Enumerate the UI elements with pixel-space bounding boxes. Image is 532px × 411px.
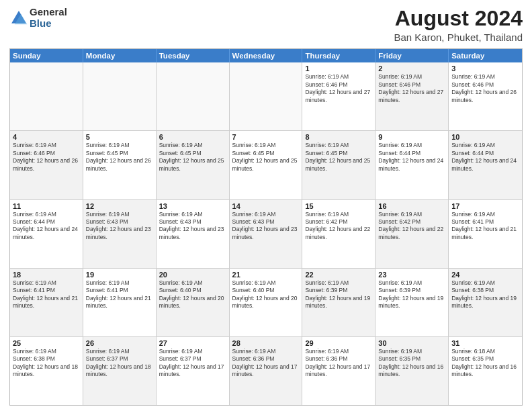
day-info: Sunrise: 6:19 AM Sunset: 6:45 PM Dayligh… (232, 142, 300, 173)
calendar-cell-0-3 (230, 62, 303, 130)
day-info: Sunrise: 6:19 AM Sunset: 6:38 PM Dayligh… (451, 279, 519, 310)
calendar-cell-2-3: 14Sunrise: 6:19 AM Sunset: 6:43 PM Dayli… (230, 200, 303, 268)
day-number: 30 (378, 339, 445, 347)
day-info: Sunrise: 6:19 AM Sunset: 6:44 PM Dayligh… (13, 211, 80, 242)
calendar-cell-2-0: 11Sunrise: 6:19 AM Sunset: 6:44 PM Dayli… (10, 200, 83, 268)
day-number: 9 (378, 133, 445, 141)
day-info: Sunrise: 6:19 AM Sunset: 6:43 PM Dayligh… (159, 211, 226, 242)
calendar-cell-3-5: 23Sunrise: 6:19 AM Sunset: 6:39 PM Dayli… (375, 269, 449, 336)
calendar-cell-1-6: 10Sunrise: 6:19 AM Sunset: 6:44 PM Dayli… (449, 131, 522, 199)
day-number: 7 (232, 133, 300, 141)
calendar-cell-2-5: 16Sunrise: 6:19 AM Sunset: 6:42 PM Dayli… (375, 200, 449, 268)
day-info: Sunrise: 6:18 AM Sunset: 6:35 PM Dayligh… (451, 348, 519, 379)
day-info: Sunrise: 6:19 AM Sunset: 6:40 PM Dayligh… (232, 279, 300, 310)
calendar-row-0: 1Sunrise: 6:19 AM Sunset: 6:46 PM Daylig… (10, 62, 522, 131)
day-number: 24 (451, 271, 519, 279)
day-number: 10 (451, 133, 519, 141)
day-number: 21 (232, 271, 300, 279)
day-number: 5 (86, 133, 153, 141)
day-number: 17 (451, 202, 519, 210)
header-saturday: Saturday (449, 49, 522, 62)
day-info: Sunrise: 6:19 AM Sunset: 6:43 PM Dayligh… (232, 211, 300, 242)
main-title: August 2024 (394, 7, 523, 30)
calendar-row-4: 25Sunrise: 6:19 AM Sunset: 6:38 PM Dayli… (10, 337, 522, 405)
header-monday: Monday (83, 49, 157, 62)
day-info: Sunrise: 6:19 AM Sunset: 6:42 PM Dayligh… (305, 211, 372, 242)
day-number: 31 (451, 339, 519, 347)
header-friday: Friday (375, 49, 449, 62)
calendar-row-1: 4Sunrise: 6:19 AM Sunset: 6:46 PM Daylig… (10, 131, 522, 199)
day-number: 14 (232, 202, 300, 210)
calendar-cell-3-2: 20Sunrise: 6:19 AM Sunset: 6:40 PM Dayli… (157, 269, 230, 336)
calendar-cell-4-0: 25Sunrise: 6:19 AM Sunset: 6:38 PM Dayli… (10, 337, 83, 405)
calendar-cell-0-4: 1Sunrise: 6:19 AM Sunset: 6:46 PM Daylig… (302, 62, 375, 130)
day-info: Sunrise: 6:19 AM Sunset: 6:44 PM Dayligh… (378, 142, 445, 173)
calendar-cell-4-5: 30Sunrise: 6:19 AM Sunset: 6:35 PM Dayli… (375, 337, 449, 405)
header-wednesday: Wednesday (230, 49, 303, 62)
day-info: Sunrise: 6:19 AM Sunset: 6:46 PM Dayligh… (378, 73, 445, 104)
logo: General Blue (9, 7, 67, 29)
calendar-cell-3-0: 18Sunrise: 6:19 AM Sunset: 6:41 PM Dayli… (10, 269, 83, 336)
day-info: Sunrise: 6:19 AM Sunset: 6:41 PM Dayligh… (13, 279, 80, 310)
logo-icon (9, 9, 28, 28)
calendar-cell-0-1 (83, 62, 157, 130)
day-number: 3 (451, 64, 519, 73)
calendar-cell-3-6: 24Sunrise: 6:19 AM Sunset: 6:38 PM Dayli… (449, 269, 522, 336)
header-sunday: Sunday (10, 49, 83, 62)
day-info: Sunrise: 6:19 AM Sunset: 6:41 PM Dayligh… (86, 279, 153, 310)
day-number: 13 (159, 202, 226, 210)
day-number: 20 (159, 271, 226, 279)
calendar-cell-3-1: 19Sunrise: 6:19 AM Sunset: 6:41 PM Dayli… (83, 269, 157, 336)
day-number: 2 (378, 64, 445, 73)
day-info: Sunrise: 6:19 AM Sunset: 6:36 PM Dayligh… (305, 348, 372, 379)
calendar-cell-4-2: 27Sunrise: 6:19 AM Sunset: 6:37 PM Dayli… (157, 337, 230, 405)
day-info: Sunrise: 6:19 AM Sunset: 6:44 PM Dayligh… (451, 142, 519, 173)
header: General Blue August 2024 Ban Karon, Phuk… (9, 7, 523, 43)
sub-title: Ban Karon, Phuket, Thailand (394, 32, 523, 43)
calendar-row-3: 18Sunrise: 6:19 AM Sunset: 6:41 PM Dayli… (10, 269, 522, 337)
day-info: Sunrise: 6:19 AM Sunset: 6:42 PM Dayligh… (378, 211, 445, 242)
calendar-cell-4-6: 31Sunrise: 6:18 AM Sunset: 6:35 PM Dayli… (449, 337, 522, 405)
calendar: Sunday Monday Tuesday Wednesday Thursday… (9, 48, 523, 406)
calendar-cell-0-6: 3Sunrise: 6:19 AM Sunset: 6:46 PM Daylig… (449, 62, 522, 130)
day-info: Sunrise: 6:19 AM Sunset: 6:38 PM Dayligh… (13, 348, 80, 379)
calendar-cell-4-3: 28Sunrise: 6:19 AM Sunset: 6:36 PM Dayli… (230, 337, 303, 405)
calendar-cell-2-1: 12Sunrise: 6:19 AM Sunset: 6:43 PM Dayli… (83, 200, 157, 268)
day-info: Sunrise: 6:19 AM Sunset: 6:40 PM Dayligh… (159, 279, 226, 310)
header-tuesday: Tuesday (157, 49, 230, 62)
calendar-cell-4-4: 29Sunrise: 6:19 AM Sunset: 6:36 PM Dayli… (302, 337, 375, 405)
header-thursday: Thursday (302, 49, 375, 62)
calendar-cell-1-1: 5Sunrise: 6:19 AM Sunset: 6:45 PM Daylig… (83, 131, 157, 199)
day-info: Sunrise: 6:19 AM Sunset: 6:37 PM Dayligh… (86, 348, 153, 379)
day-info: Sunrise: 6:19 AM Sunset: 6:43 PM Dayligh… (86, 211, 153, 242)
calendar-body: 1Sunrise: 6:19 AM Sunset: 6:46 PM Daylig… (10, 62, 522, 405)
calendar-cell-1-4: 8Sunrise: 6:19 AM Sunset: 6:45 PM Daylig… (302, 131, 375, 199)
day-info: Sunrise: 6:19 AM Sunset: 6:37 PM Dayligh… (159, 348, 226, 379)
day-number: 1 (305, 64, 372, 73)
day-number: 19 (86, 271, 153, 279)
day-number: 25 (13, 339, 80, 347)
calendar-cell-1-2: 6Sunrise: 6:19 AM Sunset: 6:45 PM Daylig… (157, 131, 230, 199)
day-info: Sunrise: 6:19 AM Sunset: 6:35 PM Dayligh… (378, 348, 445, 379)
calendar-cell-1-5: 9Sunrise: 6:19 AM Sunset: 6:44 PM Daylig… (375, 131, 449, 199)
day-number: 29 (305, 339, 372, 347)
calendar-header: Sunday Monday Tuesday Wednesday Thursday… (10, 49, 522, 62)
page: General Blue August 2024 Ban Karon, Phuk… (0, 0, 532, 411)
day-info: Sunrise: 6:19 AM Sunset: 6:39 PM Dayligh… (305, 279, 372, 310)
day-info: Sunrise: 6:19 AM Sunset: 6:45 PM Dayligh… (305, 142, 372, 173)
calendar-cell-2-6: 17Sunrise: 6:19 AM Sunset: 6:41 PM Dayli… (449, 200, 522, 268)
day-number: 22 (305, 271, 372, 279)
day-info: Sunrise: 6:19 AM Sunset: 6:36 PM Dayligh… (232, 348, 300, 379)
calendar-cell-3-4: 22Sunrise: 6:19 AM Sunset: 6:39 PM Dayli… (302, 269, 375, 336)
calendar-cell-3-3: 21Sunrise: 6:19 AM Sunset: 6:40 PM Dayli… (230, 269, 303, 336)
day-number: 4 (13, 133, 80, 141)
day-info: Sunrise: 6:19 AM Sunset: 6:46 PM Dayligh… (305, 73, 372, 104)
calendar-cell-1-3: 7Sunrise: 6:19 AM Sunset: 6:45 PM Daylig… (230, 131, 303, 199)
calendar-row-2: 11Sunrise: 6:19 AM Sunset: 6:44 PM Dayli… (10, 200, 522, 269)
day-number: 11 (13, 202, 80, 210)
day-number: 15 (305, 202, 372, 210)
title-block: August 2024 Ban Karon, Phuket, Thailand (394, 7, 523, 43)
day-number: 27 (159, 339, 226, 347)
day-info: Sunrise: 6:19 AM Sunset: 6:45 PM Dayligh… (86, 142, 153, 173)
calendar-cell-4-1: 26Sunrise: 6:19 AM Sunset: 6:37 PM Dayli… (83, 337, 157, 405)
